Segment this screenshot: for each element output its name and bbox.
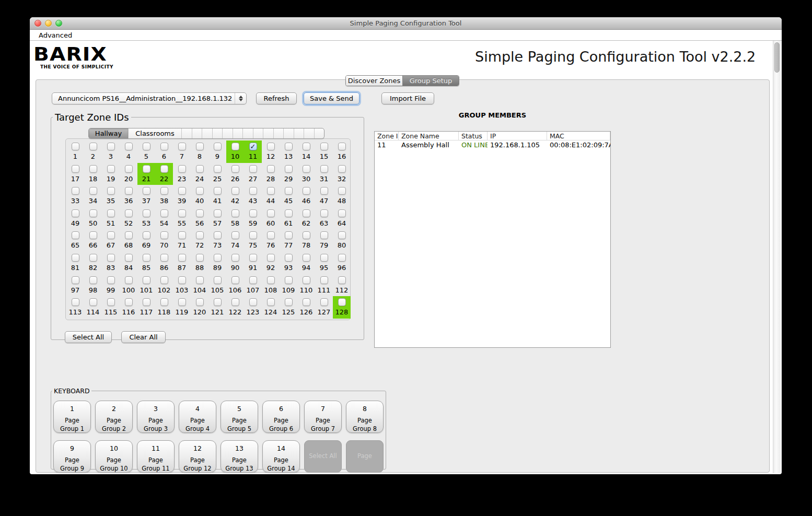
zone-checkbox-90[interactable] — [231, 254, 239, 262]
zone-checkbox-76[interactable] — [267, 231, 275, 239]
zone-checkbox-126[interactable] — [303, 298, 310, 306]
zone-checkbox-110[interactable] — [303, 276, 310, 284]
zone-tab-hallway[interactable]: Hallway — [89, 128, 128, 138]
zone-checkbox-34[interactable] — [89, 187, 97, 195]
zone-checkbox-93[interactable] — [285, 254, 293, 262]
zone-checkbox-21[interactable] — [143, 165, 150, 173]
zone-checkbox-15[interactable] — [320, 143, 328, 150]
zone-checkbox-19[interactable] — [107, 165, 115, 173]
page-group-button-7[interactable]: 7Page Group 7 — [304, 401, 342, 433]
window-titlebar[interactable]: Simple Paging Configuration Tool — [30, 17, 782, 30]
page-group-button-11[interactable]: 11Page Group 11 — [137, 440, 175, 473]
zone-checkbox-57[interactable] — [214, 209, 222, 217]
zone-checkbox-106[interactable] — [231, 276, 239, 284]
page-group-button-10[interactable]: 10Page Group 10 — [95, 440, 133, 473]
zone-checkbox-58[interactable] — [231, 209, 239, 217]
page-group-button-3[interactable]: 3Page Group 3 — [137, 401, 175, 433]
select-all-button[interactable]: Select All — [65, 331, 112, 343]
zone-checkbox-49[interactable] — [72, 209, 79, 217]
clear-all-button[interactable]: Clear All — [121, 331, 166, 343]
zone-checkbox-109[interactable] — [285, 276, 293, 284]
zone-checkbox-39[interactable] — [178, 187, 186, 195]
zone-checkbox-56[interactable] — [196, 209, 204, 217]
zone-checkbox-104[interactable] — [196, 276, 204, 284]
zone-checkbox-17[interactable] — [72, 165, 79, 173]
zone-checkbox-66[interactable] — [89, 231, 97, 239]
zone-checkbox-2[interactable] — [89, 143, 97, 150]
zone-checkbox-25[interactable] — [214, 165, 222, 173]
zone-checkbox-70[interactable] — [160, 231, 168, 239]
refresh-button[interactable]: Refresh — [256, 92, 297, 104]
page-group-button-5[interactable]: 5Page Group 5 — [221, 401, 258, 433]
zone-checkbox-87[interactable] — [178, 254, 186, 262]
zone-checkbox-59[interactable] — [249, 209, 257, 217]
zone-checkbox-88[interactable] — [196, 254, 204, 262]
zone-checkbox-105[interactable] — [214, 276, 222, 284]
zone-checkbox-85[interactable] — [143, 254, 150, 262]
zone-checkbox-36[interactable] — [125, 187, 133, 195]
zone-checkbox-102[interactable] — [160, 276, 168, 284]
import-file-button[interactable]: Import File — [381, 92, 434, 104]
zone-checkbox-31[interactable] — [320, 165, 328, 173]
zone-checkbox-69[interactable] — [143, 231, 150, 239]
zone-checkbox-3[interactable] — [107, 143, 115, 150]
zone-checkbox-4[interactable] — [125, 143, 133, 150]
table-row[interactable]: 11Assembly HallON LINE192.168.1.10500:08… — [375, 140, 610, 150]
zone-checkbox-55[interactable] — [178, 209, 186, 217]
zone-checkbox-46[interactable] — [303, 187, 310, 195]
zone-checkbox-54[interactable] — [160, 209, 168, 217]
zone-checkbox-6[interactable] — [160, 143, 168, 150]
page-group-button-6[interactable]: 6Page Group 6 — [262, 401, 300, 433]
zone-checkbox-117[interactable] — [143, 298, 150, 306]
zone-checkbox-98[interactable] — [89, 276, 97, 284]
zone-checkbox-112[interactable] — [338, 276, 346, 284]
zone-checkbox-32[interactable] — [338, 165, 346, 173]
zone-checkbox-61[interactable] — [285, 209, 293, 217]
device-select[interactable]: Annuncicom PS16__Administration__192.168… — [52, 92, 247, 104]
zone-checkbox-47[interactable] — [320, 187, 328, 195]
zone-checkbox-81[interactable] — [72, 254, 79, 262]
tab-group-setup[interactable]: Group Setup — [402, 76, 459, 86]
zone-checkbox-84[interactable] — [125, 254, 133, 262]
zone-checkbox-23[interactable] — [178, 165, 186, 173]
zone-checkbox-43[interactable] — [249, 187, 257, 195]
zone-checkbox-86[interactable] — [160, 254, 168, 262]
zone-checkbox-124[interactable] — [267, 298, 275, 306]
zone-checkbox-113[interactable] — [72, 298, 79, 306]
page-group-button-14[interactable]: 14Page Group 14 — [262, 440, 300, 473]
zone-checkbox-65[interactable] — [72, 231, 79, 239]
zone-checkbox-45[interactable] — [285, 187, 293, 195]
zone-checkbox-64[interactable] — [338, 209, 346, 217]
zone-checkbox-38[interactable] — [160, 187, 168, 195]
zone-checkbox-72[interactable] — [196, 231, 204, 239]
zone-checkbox-1[interactable] — [72, 143, 79, 150]
save-send-button[interactable]: Save & Send — [304, 92, 359, 104]
zone-checkbox-68[interactable] — [125, 231, 133, 239]
zone-checkbox-27[interactable] — [249, 165, 257, 173]
zone-checkbox-114[interactable] — [89, 298, 97, 306]
zone-checkbox-83[interactable] — [107, 254, 115, 262]
page-group-button-13[interactable]: 13Page Group 13 — [221, 440, 258, 473]
zone-checkbox-51[interactable] — [107, 209, 115, 217]
zone-checkbox-26[interactable] — [231, 165, 239, 173]
zone-checkbox-122[interactable] — [231, 298, 239, 306]
zone-checkbox-60[interactable] — [267, 209, 275, 217]
zone-checkbox-123[interactable] — [249, 298, 257, 306]
zone-checkbox-10[interactable] — [231, 143, 239, 150]
zone-checkbox-107[interactable] — [249, 276, 257, 284]
zone-checkbox-33[interactable] — [72, 187, 79, 195]
zone-checkbox-20[interactable] — [125, 165, 133, 173]
zone-checkbox-22[interactable] — [160, 165, 168, 173]
zone-checkbox-63[interactable] — [320, 209, 328, 217]
zone-checkbox-41[interactable] — [214, 187, 222, 195]
zone-checkbox-82[interactable] — [89, 254, 97, 262]
zone-checkbox-7[interactable] — [178, 143, 186, 150]
zone-checkbox-14[interactable] — [303, 143, 310, 150]
zone-checkbox-29[interactable] — [285, 165, 293, 173]
zone-checkbox-24[interactable] — [196, 165, 204, 173]
zone-checkbox-125[interactable] — [285, 298, 293, 306]
zone-checkbox-121[interactable] — [214, 298, 222, 306]
page-group-button-8[interactable]: 8Page Group 8 — [346, 401, 384, 433]
zone-checkbox-119[interactable] — [178, 298, 186, 306]
zone-checkbox-73[interactable] — [214, 231, 222, 239]
